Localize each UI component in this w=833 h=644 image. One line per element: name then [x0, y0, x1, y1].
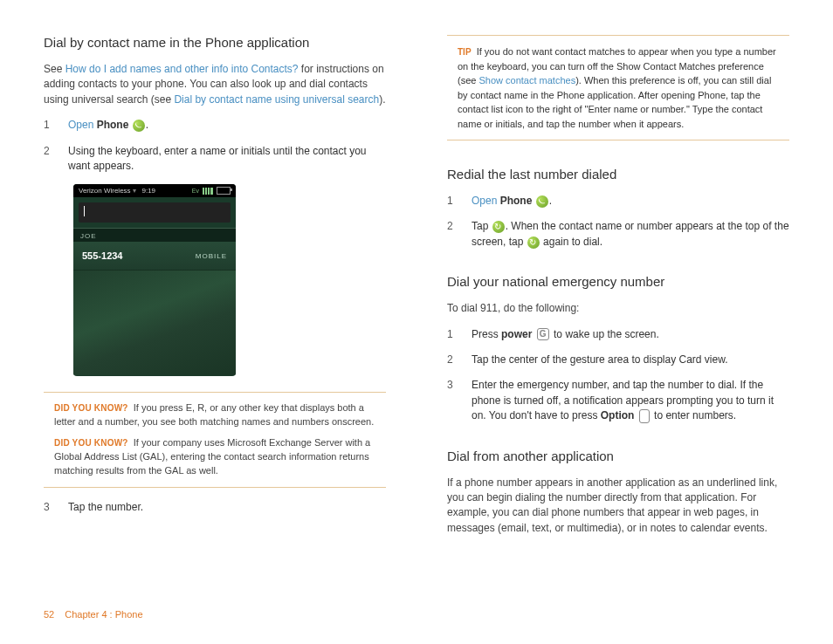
step-number: 1 [44, 118, 51, 133]
step-number: 2 [447, 219, 454, 250]
step-list-cont: 3 Tap the number. [44, 500, 386, 515]
step-body: Tap the number. [68, 500, 386, 515]
dyk-label: DID YOU KNOW? [54, 403, 128, 413]
open-link[interactable]: Open [472, 195, 497, 207]
contact-type: MOBILE [196, 252, 227, 260]
option-label: Option [601, 409, 635, 421]
page-footer: 52Chapter 4 : Phone [44, 609, 143, 620]
step-number: 3 [447, 378, 454, 423]
link-show-contact-matches[interactable]: Show contact matches [478, 75, 575, 86]
redial-icon [492, 221, 505, 233]
emerg-step-2: 2 Tap the center of the gesture area to … [447, 353, 789, 367]
did-you-know-box: DID YOU KNOW? If you press E, R, or any … [44, 392, 386, 488]
heading-dial-by-contact: Dial by contact name in the Phone applic… [44, 35, 386, 50]
text: Verizon Wireless [79, 187, 131, 195]
contact-name-label: JOE [73, 228, 236, 242]
dyk-label: DID YOU KNOW? [54, 438, 128, 448]
step-body: Tap the center of the gesture area to di… [472, 353, 789, 367]
chapter-label: Chapter 4 : Phone [65, 609, 142, 620]
heading-emergency: Dial your national emergency number [447, 274, 789, 289]
note-2: DID YOU KNOW? If your company uses Micro… [54, 436, 375, 478]
phone-label: Phone [97, 119, 129, 131]
step-body: Tap . When the contact name or number ap… [472, 219, 789, 250]
heading-dial-other-app: Dial from another application [447, 449, 789, 463]
emergency-steps: 1 Press power G to wake up the screen. 2… [447, 327, 789, 424]
screenshot-body [73, 271, 236, 375]
step-list: 1 Open Phone . 2 Using the keyboard, ent… [44, 118, 386, 174]
step-body: Open Phone . [472, 194, 789, 209]
battery-icon [217, 187, 231, 195]
contact-row: 555-1234 MOBILE [73, 242, 236, 271]
text: Tap [472, 220, 492, 232]
carrier-label: Verizon Wireless ▾ 9:19 [79, 187, 155, 195]
redial-icon [527, 236, 540, 249]
left-column: Dial by contact name in the Phone applic… [44, 35, 386, 545]
time-label: 9:19 [141, 187, 155, 195]
phone-label: Phone [500, 195, 533, 207]
status-right: Ev [192, 187, 231, 195]
redial-steps: 1 Open Phone . 2 Tap . When the contact … [447, 194, 789, 250]
step-number: 2 [44, 144, 51, 175]
redial-step-1: 1 Open Phone . [447, 194, 789, 209]
phone-icon [133, 120, 145, 132]
option-key-icon [639, 409, 650, 423]
note-1: DID YOU KNOW? If you press E, R, or any … [54, 401, 375, 429]
text: to wake up the screen. [551, 328, 659, 340]
power-label: power [501, 328, 532, 340]
phone-icon [536, 195, 548, 208]
status-bar: Verizon Wireless ▾ 9:19 Ev [73, 184, 236, 197]
step-number: 3 [44, 500, 51, 515]
text: See [44, 63, 65, 75]
text: again to dial. [540, 236, 602, 248]
redial-step-2: 2 Tap . When the contact name or number … [447, 219, 789, 250]
tip-label: TIP [458, 47, 472, 57]
step-number: 1 [447, 327, 454, 342]
link-add-names[interactable]: How do I add names and other info into C… [65, 63, 299, 75]
text: . When the contact name or number appear… [472, 220, 789, 247]
step-3: 3 Tap the number. [44, 500, 386, 515]
step-body: Press power G to wake up the screen. [472, 327, 789, 342]
step-number: 1 [447, 194, 454, 209]
step-2: 2 Using the keyboard, enter a name or in… [44, 144, 386, 175]
step-body: Enter the emergency number, and tap the … [472, 378, 789, 423]
emerg-step-3: 3 Enter the emergency number, and tap th… [447, 378, 789, 423]
emergency-intro: To dial 911, do the following: [447, 301, 789, 316]
contact-number: 555-1234 [82, 250, 123, 261]
text: ). [379, 93, 385, 106]
page-number: 52 [44, 609, 54, 620]
heading-redial: Redial the last number dialed [447, 167, 789, 182]
step-number: 2 [447, 353, 454, 367]
text: to enter numbers. [651, 409, 736, 421]
text: . [146, 119, 148, 131]
tip-box: TIP If you do not want contact matches t… [447, 35, 789, 140]
step-body: Open Phone . [68, 118, 386, 133]
text: Press [472, 328, 501, 340]
open-link[interactable]: Open [68, 119, 93, 131]
intro-paragraph: See How do I add names and other info in… [44, 62, 386, 107]
right-column: TIP If you do not want contact matches t… [447, 35, 789, 545]
phone-screenshot: Verizon Wireless ▾ 9:19 Ev JOE 555-1234 … [73, 184, 236, 376]
step-1: 1 Open Phone . [44, 118, 386, 133]
link-universal-search[interactable]: Dial by contact name using universal sea… [174, 93, 379, 106]
emerg-step-1: 1 Press power G to wake up the screen. [447, 327, 789, 342]
dial-other-app-text: If a phone number appears in another app… [447, 476, 789, 537]
text: . [549, 195, 552, 207]
power-icon: G [537, 328, 549, 340]
search-input-mock [79, 202, 231, 223]
step-body: Using the keyboard, enter a name or init… [68, 144, 386, 175]
signal-icon [203, 188, 213, 195]
